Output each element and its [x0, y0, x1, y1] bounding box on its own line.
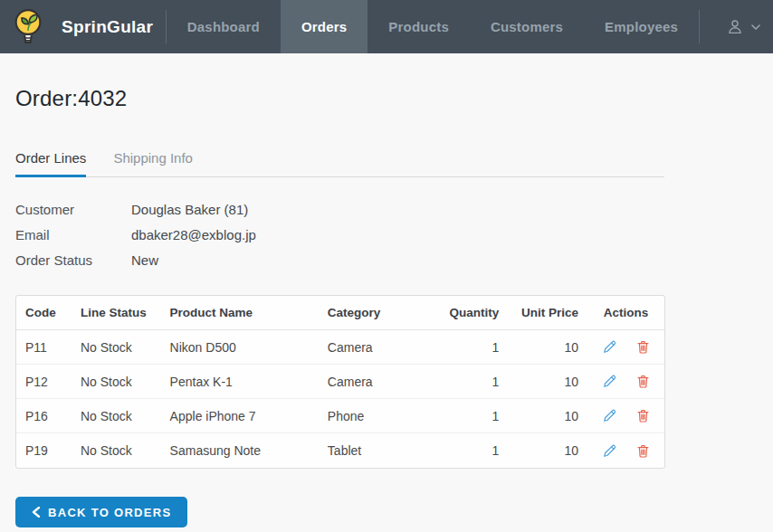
nav-item-employees[interactable]: Employees [584, 0, 699, 53]
back-button-label: BACK TO ORDERS [48, 506, 171, 519]
table-header-row: Code Line Status Product Name Category Q… [16, 296, 664, 330]
cell-product-name: Samasung Note [161, 433, 319, 468]
back-to-orders-button[interactable]: BACK TO ORDERS [15, 497, 187, 527]
cell-code: P19 [16, 433, 72, 468]
chevron-down-icon [751, 24, 760, 30]
table-row: P16 No Stock Apple iPhone 7 Phone 1 10 [16, 399, 664, 433]
cell-product-name: Pentax K-1 [161, 365, 319, 399]
nav-item-orders[interactable]: Orders [281, 0, 367, 53]
delete-trash-icon[interactable] [635, 374, 651, 389]
edit-pencil-icon[interactable] [602, 443, 617, 459]
cell-product-name: Apple iPhone 7 [161, 399, 319, 433]
order-details: Customer Douglas Baker (81) Email dbaker… [15, 202, 664, 268]
cell-quantity: 1 [435, 330, 508, 365]
row-actions [596, 408, 655, 423]
edit-pencil-icon[interactable] [602, 339, 617, 355]
order-lines-table: Code Line Status Product Name Category Q… [15, 295, 665, 469]
delete-trash-icon[interactable] [635, 408, 651, 423]
edit-pencil-icon[interactable] [602, 408, 617, 423]
detail-value-order-status: New [131, 252, 664, 268]
nav-item-dashboard[interactable]: Dashboard [167, 0, 281, 53]
cell-quantity: 1 [435, 399, 508, 433]
row-actions [596, 374, 655, 389]
tab-shipping-info[interactable]: Shipping Info [113, 150, 193, 176]
order-detail-page: Order:4032 Order Lines Shipping Info Cus… [15, 86, 664, 527]
cell-unit-price: 10 [508, 330, 587, 365]
col-header-product-name: Product Name [161, 296, 319, 330]
cell-product-name: Nikon D500 [161, 330, 319, 365]
cell-code: P12 [16, 365, 72, 399]
detail-value-customer: Douglas Baker (81) [131, 202, 664, 217]
table-row: P11 No Stock Nikon D500 Camera 1 10 [16, 330, 664, 365]
nav-item-customers[interactable]: Customers [470, 0, 584, 53]
nav-item-products[interactable]: Products [367, 0, 470, 53]
cell-line-status: No Stock [72, 330, 161, 365]
cell-unit-price: 10 [508, 365, 587, 399]
detail-label-customer: Customer [15, 202, 131, 217]
brand[interactable]: SprinGular [0, 0, 166, 53]
main-nav: Dashboard Orders Products Customers Empl… [167, 0, 699, 53]
cell-line-status: No Stock [72, 365, 161, 399]
detail-value-email: dbaker28@exblog.jp [131, 227, 664, 242]
col-header-quantity: Quantity [435, 296, 508, 330]
row-actions [596, 443, 655, 459]
cell-line-status: No Stock [72, 399, 161, 433]
table-row: P12 No Stock Pentax K-1 Camera 1 10 [16, 365, 664, 399]
person-icon [725, 17, 745, 37]
detail-label-order-status: Order Status [15, 252, 131, 268]
cell-category: Camera [319, 365, 436, 399]
col-header-code: Code [16, 296, 72, 330]
chevron-left-icon [32, 507, 41, 518]
edit-pencil-icon[interactable] [602, 374, 617, 389]
cell-line-status: No Stock [72, 433, 161, 468]
page-title: Order:4032 [15, 86, 664, 111]
brand-name: SprinGular [62, 17, 153, 37]
col-header-line-status: Line Status [72, 296, 161, 330]
cell-quantity: 1 [435, 365, 508, 399]
col-header-actions: Actions [587, 296, 664, 330]
user-menu[interactable] [700, 0, 773, 53]
col-header-category: Category [319, 296, 436, 330]
cell-code: P11 [16, 330, 72, 365]
table-row: P19 No Stock Samasung Note Tablet 1 10 [16, 433, 664, 468]
tab-order-lines[interactable]: Order Lines [15, 150, 86, 176]
lightbulb-leaf-logo-icon [9, 6, 47, 47]
row-actions [596, 339, 655, 355]
delete-trash-icon[interactable] [635, 339, 651, 355]
cell-unit-price: 10 [508, 433, 587, 468]
detail-label-email: Email [15, 227, 131, 242]
cell-category: Tablet [319, 433, 436, 468]
cell-category: Camera [319, 330, 436, 365]
cell-category: Phone [319, 399, 436, 433]
cell-code: P16 [16, 399, 72, 433]
delete-trash-icon[interactable] [635, 443, 651, 459]
tab-bar: Order Lines Shipping Info [15, 150, 664, 177]
cell-unit-price: 10 [508, 399, 587, 433]
top-navbar: SprinGular Dashboard Orders Products Cus… [0, 0, 773, 53]
cell-quantity: 1 [435, 433, 508, 468]
col-header-unit-price: Unit Price [508, 296, 587, 330]
